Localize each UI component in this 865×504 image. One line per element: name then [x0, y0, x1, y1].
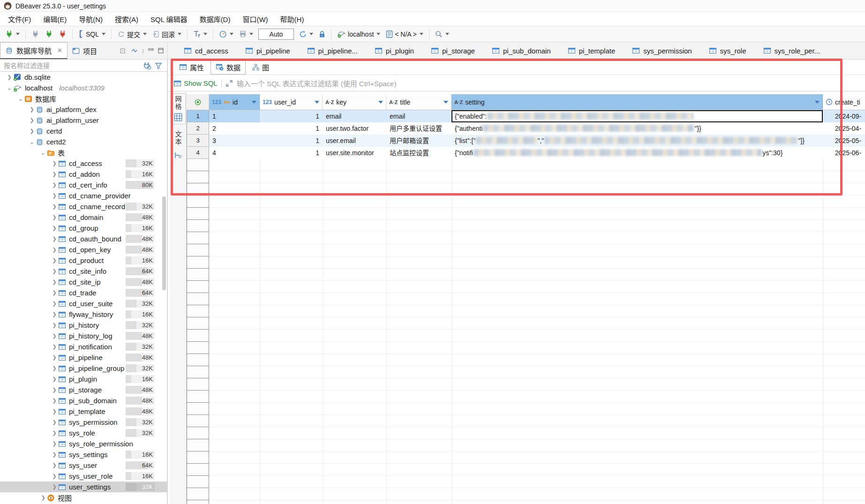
data-cell[interactable]: 2025-05- [823, 135, 865, 147]
close-icon[interactable]: ✕ [57, 47, 62, 54]
tree-item-pi_plugin[interactable]: ❯pi_plugin16K [0, 374, 167, 384]
data-cell[interactable]: 1 [260, 147, 323, 159]
tree-item-数据库[interactable]: ⌄数据库 [0, 93, 167, 104]
empty-row-number-cell[interactable] [187, 317, 209, 330]
data-cell[interactable]: 站点监控设置 [386, 147, 451, 159]
chevron-right-icon[interactable]: ❯ [51, 311, 58, 317]
tree-item-flyway_history[interactable]: ❯flyway_history16K [0, 309, 167, 320]
tree-item-ai_platform_user[interactable]: ❯ai_platform_user [0, 115, 167, 126]
column-header-id[interactable]: 123id [209, 94, 260, 110]
tree-item-pi_pipeline_group[interactable]: ❯pi_pipeline_group32K [0, 363, 167, 374]
tree-item-cd_cert_info[interactable]: ❯cd_cert_info80K [0, 180, 167, 190]
data-cell[interactable]: 2025-06- [823, 147, 865, 159]
data-cell[interactable]: {"authenti"}} [451, 122, 823, 135]
chevron-right-icon[interactable]: ❯ [51, 322, 58, 328]
filter-funnel-icon[interactable] [155, 61, 162, 70]
tree-item-视图[interactable]: ❯视图 [0, 492, 167, 503]
editor-tab-pi_sub_domain[interactable]: pi_sub_domain [484, 42, 558, 59]
menu-item-4[interactable]: SQL 编辑器 [144, 12, 194, 26]
chevron-right-icon[interactable]: ❯ [51, 473, 58, 479]
chevron-right-icon[interactable]: ❯ [51, 225, 58, 231]
tree-item-cd_product[interactable]: ❯cd_product16K [0, 255, 167, 266]
data-cell[interactable]: 2025-04- [823, 122, 865, 135]
tree-item-ai_platform_dex[interactable]: ❯ai_platform_dex [0, 104, 167, 115]
column-header-create_ti[interactable]: create_ti [823, 94, 865, 110]
data-cell[interactable]: 1 [209, 110, 260, 122]
tree-item-cd_group[interactable]: ❯cd_group16K [0, 223, 167, 233]
auto-commit-combo[interactable]: Auto [258, 29, 294, 40]
chevron-right-icon[interactable]: ❯ [51, 301, 58, 307]
chevron-right-icon[interactable]: ❯ [51, 484, 58, 490]
view-menu-icon[interactable]: ⁝ [142, 47, 144, 54]
empty-row-number-cell[interactable] [187, 391, 209, 403]
empty-row-number-cell[interactable] [187, 183, 209, 196]
chevron-right-icon[interactable]: ❯ [51, 279, 58, 285]
chevron-right-icon[interactable]: ❯ [51, 203, 58, 210]
tree-item-certd[interactable]: ❯certd [0, 126, 167, 136]
column-dropdown-icon[interactable] [378, 101, 383, 104]
data-cell[interactable]: {"notifiys":30} [451, 147, 823, 159]
empty-row-number-cell[interactable] [187, 232, 209, 244]
tree-item-sys_user[interactable]: ❯sys_user64K [0, 460, 167, 471]
empty-row-number-cell[interactable] [187, 159, 209, 171]
menu-item-7[interactable]: 帮助(H) [274, 12, 310, 26]
editor-tab-sys_role_per[interactable]: sys_role_per... [756, 42, 828, 59]
reconnect-button[interactable] [43, 29, 55, 39]
column-dropdown-icon[interactable] [252, 101, 256, 104]
tree-item-cd_site_ip[interactable]: ❯cd_site_ip48K [0, 277, 167, 287]
column-header-setting[interactable]: A·Zsetting [451, 94, 823, 110]
export-button[interactable] [237, 29, 256, 39]
chevron-right-icon[interactable]: ❯ [51, 441, 58, 447]
tab-database-navigator[interactable]: 数据库导航 ✕ [0, 42, 68, 59]
tree-item-pi_notification[interactable]: ❯pi_notification32K [0, 341, 167, 352]
data-cell[interactable]: {"list":["",""]} [451, 135, 823, 147]
column-dropdown-icon[interactable] [444, 101, 448, 104]
data-cell[interactable]: 1 [260, 122, 323, 135]
empty-row-number-cell[interactable] [187, 427, 209, 439]
chevron-right-icon[interactable]: ❯ [51, 214, 58, 220]
chevron-right-icon[interactable]: ❯ [51, 462, 58, 468]
chevron-right-icon[interactable]: ❯ [51, 365, 58, 371]
menu-item-2[interactable]: 导航(N) [73, 12, 109, 26]
data-cell[interactable]: 用户多重认证设置 [386, 122, 451, 135]
tree-item-localhost[interactable]: ⌄localhostlocalhost:3309 [0, 83, 167, 93]
connection-plug-icon[interactable] [143, 61, 151, 70]
tree-item-sys_settings[interactable]: ❯sys_settings16K [0, 449, 167, 460]
empty-row-number-cell[interactable] [187, 244, 209, 256]
empty-row-number-cell[interactable] [187, 342, 209, 354]
chevron-right-icon[interactable]: ❯ [51, 268, 58, 274]
empty-row-number-cell[interactable] [187, 256, 209, 269]
chevron-right-icon[interactable]: ❯ [51, 247, 58, 253]
tree-item-cd_user_suite[interactable]: ❯cd_user_suite32K [0, 298, 167, 309]
maximize-view-icon[interactable] [158, 48, 164, 53]
tree-item-sys_role[interactable]: ❯sys_role32K [0, 428, 167, 438]
tree-item-表[interactable]: ⌄表 [0, 147, 167, 158]
chevron-right-icon[interactable]: ❯ [51, 387, 58, 393]
chevron-down-icon[interactable]: ⌄ [39, 149, 47, 156]
empty-row-number-cell[interactable] [187, 208, 209, 220]
chevron-right-icon[interactable]: ❯ [6, 74, 13, 80]
chevron-right-icon[interactable]: ❯ [51, 290, 58, 296]
chevron-right-icon[interactable]: ❯ [28, 128, 36, 134]
data-cell[interactable]: 2 [209, 122, 260, 135]
empty-row-number-cell[interactable] [187, 330, 209, 342]
data-cell[interactable]: 1 [260, 110, 323, 122]
chevron-right-icon[interactable]: ❯ [51, 398, 58, 404]
tree-item-certd2[interactable]: ⌄certd2 [0, 136, 167, 147]
chevron-right-icon[interactable]: ❯ [51, 236, 58, 242]
chevron-right-icon[interactable]: ❯ [51, 354, 58, 361]
commit-button[interactable]: 提交 [115, 28, 149, 40]
empty-row-number-cell[interactable] [187, 415, 209, 427]
column-header-user_id[interactable]: 123user_id [260, 94, 323, 110]
performance-button[interactable] [217, 29, 236, 39]
chevron-down-icon[interactable]: ⌄ [17, 95, 24, 102]
data-cell[interactable]: 4 [209, 147, 260, 159]
empty-row-number-cell[interactable] [187, 488, 209, 500]
tree-item-pi_template[interactable]: ❯pi_template48K [0, 406, 167, 417]
data-cell[interactable]: user.site.monitor [323, 147, 386, 159]
column-header-key[interactable]: A·Zkey [323, 94, 386, 110]
tree-item-pi_history[interactable]: ❯pi_history32K [0, 320, 167, 331]
grid-corner-cell[interactable] [187, 94, 209, 110]
chevron-right-icon[interactable]: ❯ [51, 419, 58, 425]
column-dropdown-icon[interactable] [315, 101, 319, 104]
